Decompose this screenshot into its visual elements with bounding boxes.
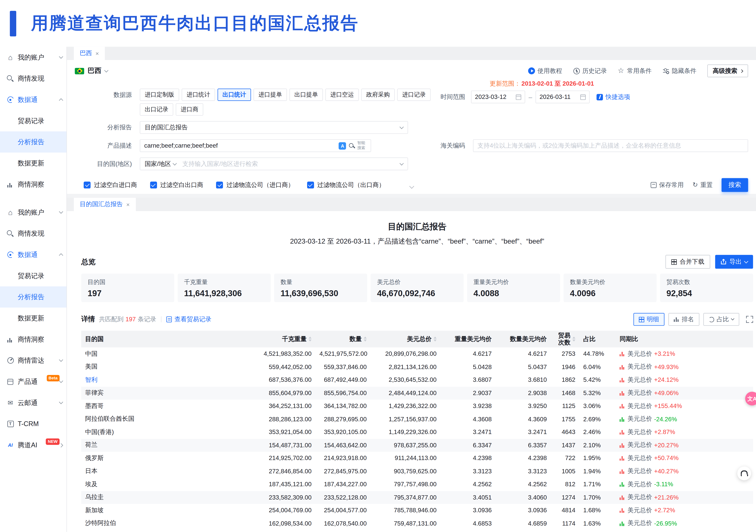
table-row[interactable]: 菲律宾 855,604,979.00 855,596,754.00 2,484,… — [81, 386, 753, 400]
country-name[interactable]: 俄罗斯 — [85, 455, 103, 461]
sidebar-item[interactable]: 商情发现 — [0, 223, 67, 244]
table-row[interactable]: 中国 4,521,983,352.00 4,521,975,572.00 20,… — [81, 347, 753, 360]
save-common-button[interactable]: 保存常用 — [651, 181, 684, 189]
sidebar-item[interactable]: 贸易记录 — [0, 265, 67, 286]
sidebar-item[interactable]: 数据通 — [0, 244, 67, 265]
table-row[interactable]: 俄罗斯 214,925,702.00 214,923,918.00 911,24… — [81, 452, 753, 465]
destination-type-select[interactable]: 国家/地区 — [145, 160, 182, 168]
table-row[interactable]: 日本 272,846,854.00 272,845,975.00 903,759… — [81, 465, 753, 478]
column-header[interactable]: 美元总价 — [371, 335, 441, 343]
toolbar-link[interactable]: 使用教程 — [528, 66, 562, 75]
product-description-input[interactable]: carne;beef;carne;beef;beef 智能搜索 — [140, 139, 371, 152]
country-name[interactable]: 中国 — [85, 350, 97, 357]
column-header[interactable]: 目的国 — [81, 335, 257, 343]
translate-icon[interactable] — [339, 142, 346, 149]
filter-checkbox[interactable]: 过滤物流公司（出口商） — [307, 181, 385, 189]
sort-icon[interactable] — [309, 336, 311, 342]
table-row[interactable]: 美国 559,442,052.00 559,337,846.00 2,821,1… — [81, 360, 753, 374]
datasource-option[interactable]: 政府采购 — [361, 89, 394, 101]
sidebar-item[interactable]: 分析报告 — [0, 286, 67, 307]
sidebar-item[interactable]: 腾道AI NEW — [0, 435, 67, 456]
collapse-panel-button[interactable] — [402, 186, 421, 193]
filter-checkbox[interactable]: 过滤空白进口商 — [84, 181, 137, 189]
table-row[interactable]: 乌拉圭 233,582,309.00 233,522,128.00 795,37… — [81, 491, 753, 504]
sidebar-item[interactable]: 商情洞察 — [0, 173, 67, 195]
sidebar-item[interactable]: 商情发现 — [0, 68, 67, 89]
datasource-option[interactable]: 进口空运 — [325, 89, 359, 101]
view-share-button[interactable]: 占比 — [703, 313, 740, 326]
report-type-select[interactable]: 目的国汇总报告 — [140, 121, 408, 134]
country-name[interactable]: 日本 — [85, 467, 97, 474]
view-rank-button[interactable]: 排名 — [668, 313, 699, 326]
checkbox-checked-icon[interactable] — [150, 182, 157, 188]
country-name[interactable]: 埃及 — [85, 481, 97, 488]
toolbar-link[interactable]: 历史记录 — [573, 66, 607, 75]
sort-icon[interactable] — [572, 336, 575, 342]
quick-options-button[interactable]: 快捷选项 — [597, 93, 630, 101]
view-trade-records-link[interactable]: 查看贸易记录 — [167, 315, 211, 324]
table-row[interactable]: 中国(香港) 353,921,054.00 353,920,105.00 1,1… — [81, 426, 753, 439]
export-button[interactable]: 导出 — [715, 255, 753, 269]
table-row[interactable]: 阿拉伯联合酋长国 288,286,123.00 288,279,695.00 1… — [81, 412, 753, 426]
sidebar-item[interactable]: 数据更新 — [0, 153, 67, 174]
checkbox-checked-icon[interactable] — [307, 182, 314, 188]
datasource-option[interactable]: 出口提单 — [289, 89, 323, 101]
sidebar-item[interactable]: 数据更新 — [0, 307, 67, 329]
sidebar-item[interactable]: 贸易记录 — [0, 110, 67, 131]
datasource-option[interactable]: 出口记录 — [140, 103, 173, 116]
country-name[interactable]: 新加坡 — [85, 507, 103, 514]
fullscreen-icon[interactable] — [746, 316, 753, 323]
date-from-input[interactable]: 2023-03-12 — [471, 91, 525, 103]
country-name[interactable]: 乌拉圭 — [85, 493, 103, 500]
view-detail-button[interactable]: 明细 — [634, 313, 664, 326]
close-tab-icon[interactable]: × — [126, 201, 130, 208]
sidebar-item[interactable]: 云邮通 — [0, 392, 67, 413]
tab-report[interactable]: 目的国汇总报告 × — [74, 198, 136, 211]
country-name[interactable]: 墨西哥 — [85, 403, 103, 409]
table-row[interactable]: 智利 687,536,376.00 687,492,449.00 2,530,6… — [81, 374, 753, 386]
sort-icon[interactable] — [364, 336, 367, 342]
sort-icon[interactable] — [434, 336, 437, 342]
sidebar-item[interactable]: 商情洞察 — [0, 329, 67, 350]
column-header[interactable]: 千克重量 — [257, 335, 316, 343]
datasource-option[interactable]: 进口提单 — [254, 89, 287, 101]
close-tab-icon[interactable]: × — [95, 50, 99, 57]
date-to-input[interactable]: 2026-03-11 — [536, 91, 590, 103]
column-header[interactable]: 数量 — [315, 335, 371, 343]
table-row[interactable]: 新加坡 254,004,769.00 254,004,577.00 785,78… — [81, 504, 753, 517]
merge-download-button[interactable]: 合并下载 — [665, 255, 710, 269]
country-name[interactable]: 阿拉伯联合酋长国 — [85, 415, 134, 422]
checkbox-checked-icon[interactable] — [84, 182, 91, 188]
smart-search-icon[interactable] — [348, 143, 355, 149]
tab-brazil[interactable]: 巴西 × — [74, 47, 105, 60]
search-button[interactable]: 搜索 — [721, 178, 748, 192]
reset-button[interactable]: 重置 — [692, 181, 713, 189]
country-name[interactable]: 菲律宾 — [85, 389, 103, 396]
country-name[interactable]: 荷兰 — [85, 441, 97, 448]
column-header[interactable]: 数量美元均价 — [496, 335, 551, 343]
country-name[interactable]: 美国 — [85, 363, 97, 370]
table-row[interactable]: 荷兰 154,487,731.00 154,463,642.00 978,637… — [81, 439, 753, 452]
table-row[interactable]: 沙特阿拉伯 162,098,534.00 162,078,540.00 759,… — [81, 517, 753, 530]
datasource-option[interactable]: 进口定制版 — [140, 89, 179, 101]
sidebar-item[interactable]: 我的账户 — [0, 47, 67, 68]
toolbar-link[interactable]: 常用条件 — [618, 66, 652, 75]
datasource-option[interactable]: 进口统计 — [182, 89, 215, 101]
filter-checkbox[interactable]: 过滤物流公司（进口商） — [216, 181, 294, 189]
sidebar-item[interactable]: 数据通 — [0, 89, 67, 110]
column-header[interactable]: 贸易次数 — [551, 332, 580, 346]
datasource-option[interactable]: 进口商 — [176, 103, 203, 116]
toolbar-link[interactable]: 隐藏条件 — [662, 66, 696, 75]
hs-code-input[interactable]: 支持4位以上海关编码，或2位海关编码加上产品描述，企业名称的任意信息 — [473, 139, 748, 152]
table-row[interactable]: 墨西哥 364,252,131.00 364,134,782.00 1,429,… — [81, 400, 753, 412]
column-header[interactable]: 重量美元均价 — [441, 335, 496, 343]
country-name[interactable]: 沙特阿拉伯 — [85, 520, 116, 527]
support-float-button[interactable] — [737, 466, 751, 480]
datasource-option[interactable]: 出口统计 — [218, 89, 251, 101]
advanced-search-button[interactable]: 高级搜索 — [707, 65, 748, 77]
table-row[interactable]: 埃及 187,435,121.00 187,434,227.00 797,757… — [81, 478, 753, 491]
sidebar-item[interactable]: 我的账户 — [0, 202, 67, 223]
sidebar-item[interactable]: 产品通 Beta — [0, 371, 67, 392]
country-name[interactable]: 智利 — [85, 376, 97, 383]
sidebar-item[interactable]: 商情雷达 — [0, 350, 67, 371]
